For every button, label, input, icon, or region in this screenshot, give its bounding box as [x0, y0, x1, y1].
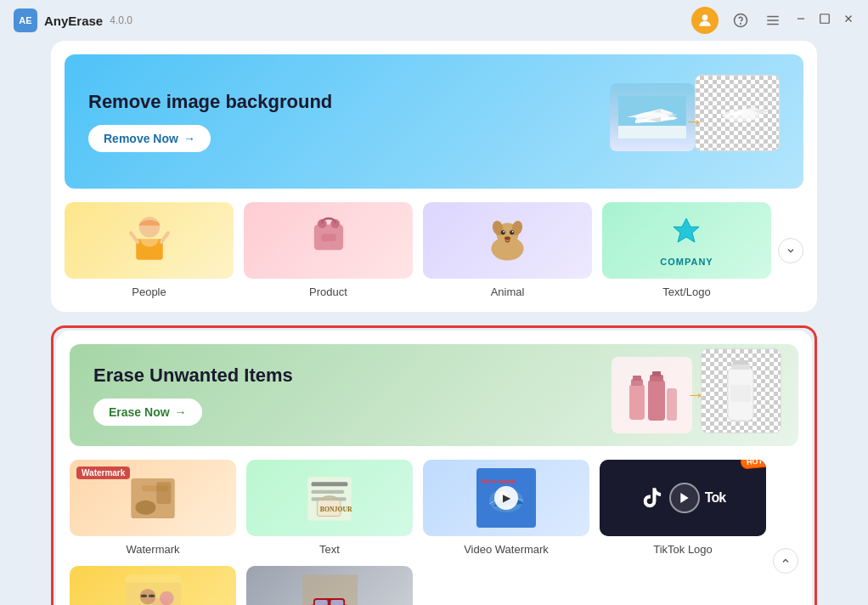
- svg-rect-34: [652, 371, 661, 376]
- plane-photo: [610, 83, 695, 151]
- erase-banner-title: Erase Unwanted Items: [93, 365, 293, 387]
- close-button[interactable]: [843, 13, 854, 28]
- main-container: Remove image background Remove Now → →: [0, 41, 868, 605]
- erase-row2: People: [70, 566, 766, 605]
- erase-row1: Watermark Watermark: [70, 460, 766, 556]
- remove-background-banner: Remove image background Remove Now → →: [65, 54, 803, 189]
- animal-image: [423, 202, 592, 279]
- item-animal[interactable]: Animal: [423, 202, 592, 298]
- svg-rect-35: [667, 388, 677, 421]
- tiktok-image: Tok HOT!: [600, 460, 766, 536]
- text-label: Text: [319, 543, 340, 556]
- titlebar: AE AnyErase 4.0.0: [0, 0, 868, 41]
- svg-rect-7: [820, 14, 830, 24]
- erase-items-wrap: Watermark Watermark: [70, 460, 798, 605]
- maximize-button[interactable]: [819, 13, 831, 28]
- svg-rect-46: [312, 489, 345, 493]
- svg-point-14: [138, 217, 160, 238]
- svg-marker-54: [680, 493, 688, 503]
- remove-items-grid: People Pr: [65, 202, 771, 298]
- plane-transparent: [695, 75, 780, 151]
- banner-image: →: [610, 75, 780, 168]
- svg-rect-68: [314, 600, 327, 605]
- tiktok-label: TikTok Logo: [653, 543, 713, 556]
- video-watermark-label: Video Watermark: [464, 543, 549, 556]
- svg-rect-32: [648, 380, 665, 421]
- watermark-image: Watermark: [70, 460, 236, 536]
- item-textlogo[interactable]: COMPANY Text/Logo: [602, 202, 771, 298]
- minimize-button[interactable]: [795, 13, 807, 28]
- titlebar-right: [691, 7, 854, 34]
- svg-point-13: [723, 110, 760, 122]
- svg-rect-31: [633, 376, 641, 381]
- erase-arrow-icon: →: [686, 384, 705, 406]
- play-button: ▶: [494, 486, 518, 510]
- item-people[interactable]: People: [65, 202, 234, 298]
- item-product[interactable]: Product: [244, 202, 413, 298]
- remove-background-section: Remove image background Remove Now → →: [51, 41, 817, 312]
- erase-banner-image: →: [612, 348, 781, 442]
- people-label: People: [132, 286, 166, 298]
- scroll-down-button[interactable]: [778, 238, 803, 263]
- product-image: [244, 202, 413, 279]
- textlogo-image: COMPANY: [602, 202, 771, 279]
- svg-text:BONJOUR: BONJOUR: [320, 506, 352, 513]
- help-icon[interactable]: [730, 10, 751, 31]
- svg-point-25: [510, 229, 514, 234]
- svg-rect-11: [618, 126, 686, 139]
- erase-banner: Erase Unwanted Items Erase Now →: [70, 344, 798, 446]
- menu-icon[interactable]: [763, 10, 783, 31]
- play-overlay: ▶: [423, 460, 589, 536]
- erase-now-button[interactable]: Erase Now →: [93, 399, 202, 426]
- erase-before-image: [612, 357, 692, 433]
- empty-cell-2: [600, 566, 766, 605]
- item-text[interactable]: BONJOUR Text: [246, 460, 413, 556]
- erase-section-border: Erase Unwanted Items Erase Now →: [51, 325, 817, 605]
- text-image: BONJOUR: [246, 460, 413, 536]
- svg-point-60: [148, 594, 154, 597]
- svg-rect-19: [321, 234, 335, 241]
- app-name: AnyErase: [44, 14, 103, 28]
- people2-image: [70, 566, 236, 605]
- banner-text: Remove image background Remove Now →: [88, 91, 332, 152]
- erase-section: Erase Unwanted Items Erase Now →: [56, 331, 812, 605]
- svg-rect-38: [733, 360, 748, 365]
- item-object[interactable]: Object: [246, 566, 413, 605]
- svg-point-42: [135, 500, 155, 514]
- app-logo: AE: [14, 8, 37, 32]
- video-watermark-image: Watermark ▶: [423, 460, 589, 536]
- titlebar-left: AE AnyErase 4.0.0: [14, 8, 132, 32]
- remove-items-wrap: People Pr: [65, 202, 803, 298]
- erase-banner-text: Erase Unwanted Items Erase Now →: [93, 365, 293, 426]
- watermark-label: Watermark: [126, 543, 179, 556]
- banner-title: Remove image background: [88, 91, 332, 113]
- svg-rect-43: [156, 482, 171, 504]
- svg-point-28: [504, 236, 510, 240]
- animal-label: Animal: [491, 286, 525, 298]
- svg-point-26: [503, 230, 504, 232]
- item-watermark[interactable]: Watermark Watermark: [70, 460, 236, 556]
- textlogo-label: Text/Logo: [662, 286, 710, 298]
- svg-point-27: [512, 230, 514, 232]
- svg-point-59: [140, 594, 146, 597]
- svg-point-2: [741, 23, 741, 24]
- people-image: [65, 202, 234, 279]
- product-label: Product: [309, 286, 347, 298]
- avatar-icon[interactable]: [691, 7, 719, 34]
- svg-rect-69: [330, 600, 343, 605]
- object-image: [246, 566, 413, 605]
- svg-rect-29: [629, 384, 645, 420]
- item-video-watermark[interactable]: Watermark ▶ Video Watermark: [423, 460, 589, 556]
- svg-rect-45: [312, 482, 348, 486]
- erase-after-image: [701, 348, 781, 433]
- watermark-badge: Watermark: [76, 466, 130, 479]
- svg-point-0: [702, 14, 708, 20]
- item-tiktok[interactable]: Tok HOT! TikTok Logo: [600, 460, 766, 556]
- scroll-up-button[interactable]: [773, 548, 798, 574]
- svg-point-24: [501, 229, 505, 234]
- arrow-icon: →: [685, 110, 703, 133]
- remove-now-button[interactable]: Remove Now →: [88, 125, 211, 152]
- app-version: 4.0.0: [110, 14, 132, 26]
- item-people2[interactable]: People: [70, 566, 236, 605]
- empty-cell-1: [423, 566, 589, 605]
